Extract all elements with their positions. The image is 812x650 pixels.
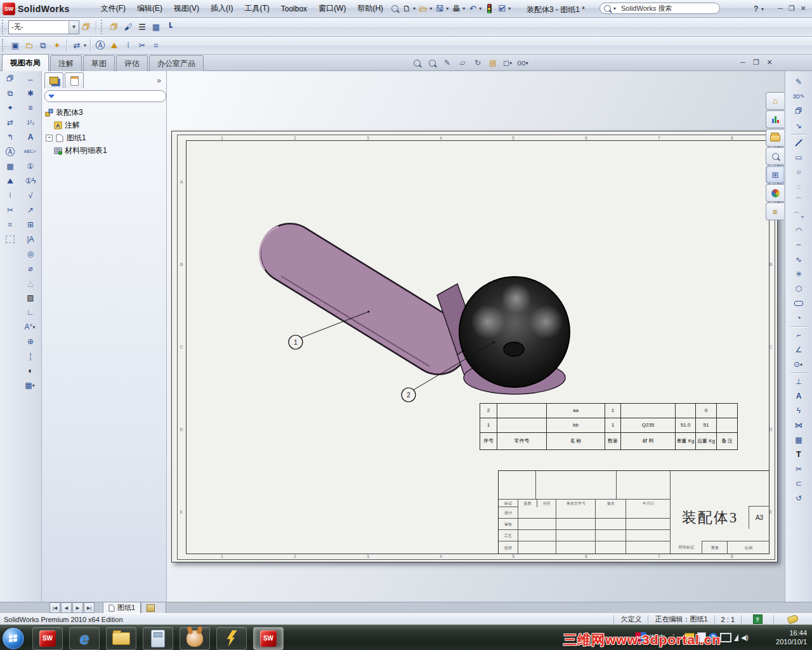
menu-file[interactable]: 文件(F) — [95, 2, 131, 16]
undo-button[interactable]: ↶ — [467, 3, 478, 15]
tree-root-assembly[interactable]: 装配体3 — [44, 107, 83, 119]
hide-show-edges-button[interactable]: ┗ — [163, 20, 177, 34]
menu-tools[interactable]: 工具(T) — [239, 2, 275, 16]
drawing-sheet-paper[interactable]: 1 2 3 4 5 6 7 8 1 2 3 4 5 6 7 8 A B C D … — [171, 131, 778, 562]
tree-filter-box[interactable] — [44, 90, 166, 102]
taskbar-solidworks-running[interactable]: SW — [253, 627, 284, 650]
display-relations-button[interactable]: ⊥ — [791, 375, 806, 388]
partial-ellipse-tool[interactable]: ◔ — [791, 311, 806, 325]
propertymanager-tab[interactable] — [65, 72, 84, 88]
revision-symbol-button[interactable]: △ — [23, 276, 38, 290]
bom-table[interactable]: 2 aa 1 0 1 bb 1 Q235 51.0 51 序号 零件号 名 称 … — [480, 403, 738, 450]
convert-entities-button[interactable]: ↺ — [791, 491, 806, 505]
taskbar-solidworks-launcher[interactable]: SW — [32, 627, 63, 650]
new-document-button[interactable]: 🗋 — [401, 3, 412, 15]
chamfer-dimension-button[interactable]: ∟ — [23, 305, 38, 319]
mirror-entities-button[interactable]: ⋈ — [791, 418, 806, 432]
toolbar-grip[interactable] — [2, 20, 6, 34]
undo-dropdown[interactable]: ▾ — [479, 6, 481, 11]
tab-search[interactable] — [766, 147, 784, 165]
line-tool[interactable] — [791, 136, 806, 150]
tab-design-library[interactable] — [766, 110, 784, 128]
tree-item-sheet1[interactable]: + 图纸1 — [46, 132, 86, 144]
centerpoint-arc-tool[interactable]: ⌒ — [791, 194, 806, 208]
drawing-canvas[interactable]: 1 2 3 4 5 6 7 8 1 2 3 4 5 6 7 8 A B C D … — [167, 71, 812, 602]
area-hatch-button[interactable]: ▨ — [23, 291, 38, 305]
taskbar-file-explorer[interactable] — [106, 627, 136, 650]
model-items-button[interactable]: ✱ — [23, 86, 38, 100]
panel-expand-chevron[interactable]: » — [157, 76, 161, 85]
sketch-chamfer-tool[interactable]: ∠ — [791, 343, 806, 357]
projected-view-button[interactable]: ⧉ — [36, 39, 50, 53]
part-knob[interactable] — [459, 277, 570, 387]
center-mark-button[interactable]: ⊕ — [23, 335, 38, 348]
bom-cell[interactable]: 51.0 — [675, 418, 695, 433]
search-scope-dropdown[interactable]: ▾ — [613, 6, 616, 11]
straight-slot-tool[interactable] — [791, 296, 806, 310]
sketch-picture-button[interactable]: 🗇 — [791, 104, 806, 118]
tab-solidworks-resources[interactable]: ⌂ — [766, 92, 784, 110]
layer-combo[interactable]: -无- ▼ — [8, 20, 79, 34]
layer-combo-arrow-icon[interactable]: ▼ — [69, 21, 79, 34]
taskbar-internet-explorer[interactable]: e — [69, 627, 100, 650]
offset-entities-button[interactable]: ⊂ — [791, 477, 806, 491]
standard-3-view-button[interactable]: ▣ — [8, 39, 22, 53]
zoom-area-icon[interactable] — [426, 58, 438, 68]
sketch-text-tool[interactable]: A — [791, 389, 806, 403]
line-color-button[interactable]: 🖌 — [121, 20, 135, 34]
sketch-fillet-tool[interactable]: ⌐ — [791, 328, 806, 342]
tables-button[interactable]: ▦▾ — [23, 378, 38, 392]
centerline-tool[interactable]: ╌ — [791, 238, 806, 252]
sheet-tab-active[interactable]: 图纸1 — [103, 602, 141, 613]
section-view-button[interactable]: ▦ — [3, 159, 18, 173]
model-view-button[interactable]: 🗀 — [22, 39, 36, 53]
auto-insert-dimension-button[interactable]: ϟ — [791, 404, 806, 418]
add-sheet-tab[interactable] — [141, 602, 166, 613]
tab-office-products[interactable]: 办公室产品 — [149, 55, 204, 71]
bom-cell[interactable] — [716, 418, 737, 433]
rebuild-view-icon[interactable]: ↻ — [472, 58, 483, 68]
title-block[interactable]: 标记 处数 分区 更改文件号 签名 年月日 设计 审核 工艺 批准 — [498, 470, 769, 554]
print-dropdown[interactable]: ▾ — [462, 6, 465, 11]
detail-view-button[interactable]: ⌗ — [149, 39, 163, 53]
circle-tool[interactable]: ○ — [791, 165, 806, 179]
plane-tool[interactable]: ⊙▾ — [791, 357, 806, 371]
save-button[interactable]: 🖫 — [434, 3, 445, 15]
start-button[interactable] — [3, 628, 24, 649]
broken-view-button[interactable]: ⦚ — [3, 189, 18, 202]
bom-cell[interactable]: 1 — [605, 404, 620, 418]
search-input[interactable] — [620, 4, 716, 13]
model-view-2-button[interactable]: ⛰ — [3, 174, 18, 188]
broken-view-button[interactable]: ⦚ — [121, 39, 135, 53]
menu-view[interactable]: 视图(V) — [168, 2, 205, 16]
rebuild-traffic-light-icon[interactable] — [483, 3, 495, 15]
quick-tips-help-toggle[interactable]: ? — [741, 615, 773, 624]
projected-view-button[interactable]: ⇄ — [3, 116, 18, 129]
open-button[interactable]: 🗁 — [417, 3, 429, 15]
bom-cell[interactable]: 51 — [695, 418, 716, 433]
tab-evaluate[interactable]: 评估 — [116, 55, 148, 71]
layer-button[interactable]: 🗇 — [107, 20, 121, 34]
menu-insert[interactable]: 插入(I) — [205, 2, 239, 16]
balloon-list-button[interactable]: 1²₃ — [23, 116, 38, 129]
tangent-arc-tool[interactable]: ⌒₊ — [791, 209, 806, 223]
display-style-icon[interactable]: ◻▾ — [502, 58, 514, 68]
model-view-button[interactable]: ✦ — [3, 101, 18, 115]
tab-custom-properties[interactable]: 🗉 — [766, 202, 784, 220]
datum-feature-button[interactable]: |A — [23, 232, 38, 246]
bom-cell[interactable] — [716, 404, 737, 418]
bom-cell[interactable] — [675, 404, 695, 418]
next-sheet-button[interactable]: ▶ — [72, 602, 83, 613]
bom-cell[interactable]: aa — [546, 404, 605, 418]
taskbar-clock[interactable]: 16:44 2010/10/1 — [750, 628, 812, 647]
ordinate-dimension-button[interactable]: ≡ — [23, 101, 38, 115]
tags-button[interactable] — [773, 615, 812, 624]
tray-display-icon[interactable] — [720, 633, 731, 642]
tree-item-annotations[interactable]: A 注解 — [53, 119, 80, 131]
tree-item-bom-table[interactable]: 材料明细表1 — [53, 145, 107, 157]
options-dropdown[interactable]: ▾ — [508, 6, 511, 11]
three-point-arc-tool[interactable]: ◠ — [791, 223, 806, 237]
quick-snaps-button[interactable]: ↘ — [791, 119, 806, 133]
open-dropdown[interactable]: ▾ — [429, 6, 432, 11]
view-annotations-icon[interactable]: ✎ — [442, 58, 453, 68]
